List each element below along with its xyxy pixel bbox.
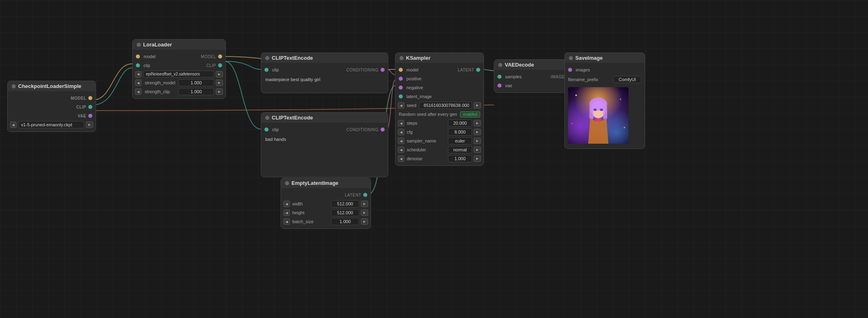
clip-text-encode-pos-title: CLIPTextEncode: [261, 53, 388, 63]
strength-clip-row: ◄ strength_clip 1.000 ►: [133, 87, 225, 96]
batch-size-value[interactable]: 1.000: [331, 218, 359, 225]
width-left-btn[interactable]: ◄: [283, 201, 290, 207]
strength-clip-right-btn[interactable]: ►: [216, 88, 223, 95]
batch-size-left-btn[interactable]: ◄: [283, 218, 290, 225]
scheduler-right-btn[interactable]: ►: [474, 146, 481, 153]
scheduler-left-btn[interactable]: ◄: [398, 146, 404, 153]
vae-vae-input-connector[interactable]: [497, 84, 502, 88]
vae-decode-node: VAEDecode samples IMAGE vae: [494, 59, 575, 93]
lora-model-output-connector[interactable]: [218, 54, 222, 59]
ksampler-positive-connector[interactable]: [399, 77, 403, 81]
vae-samples-input-connector[interactable]: [497, 75, 502, 79]
svg-point-14: [624, 127, 625, 128]
ksampler-latent-row: latent_image: [395, 92, 483, 101]
ksampler-label: KSampler: [406, 55, 431, 61]
clip-output-connector[interactable]: [88, 105, 92, 109]
neg-clip-label: clip: [272, 127, 346, 132]
lora-name-right-btn[interactable]: ►: [216, 71, 223, 77]
width-right-btn[interactable]: ►: [361, 201, 368, 207]
clip-text-encode-neg-body: clip CONDITIONING bad hands: [261, 123, 388, 177]
model-output-connector[interactable]: [88, 96, 92, 100]
lora-clip-input-label: clip: [144, 63, 206, 68]
sampler-name-value[interactable]: euler: [448, 137, 472, 144]
ksampler-positive-row: positive: [395, 74, 483, 83]
rng-row: Random seed after every gen enabled: [395, 110, 483, 119]
pos-clip-input-connector[interactable]: [264, 68, 269, 72]
height-right-btn[interactable]: ►: [361, 209, 368, 216]
ksampler-latent-label: latent_image: [406, 94, 480, 99]
filename-prefix-value[interactable]: ComfyUI: [613, 76, 641, 83]
width-value[interactable]: 512.000: [331, 200, 359, 207]
strength-model-right-btn[interactable]: ►: [216, 80, 223, 86]
clip-text-encode-neg-label: CLIPTextEncode: [272, 115, 313, 121]
denoise-right-btn[interactable]: ►: [474, 155, 481, 162]
lora-clip-output-connector[interactable]: [218, 63, 222, 67]
steps-left-btn[interactable]: ◄: [398, 120, 404, 126]
denoise-left-btn[interactable]: ◄: [398, 155, 404, 162]
height-left-btn[interactable]: ◄: [283, 209, 290, 216]
cfg-right-btn[interactable]: ►: [474, 129, 481, 135]
ksampler-dot: [400, 56, 404, 60]
ckpt-name-left-btn[interactable]: ◄: [10, 121, 17, 128]
scheduler-row: ◄ scheduler normal ►: [395, 145, 483, 154]
strength-model-value[interactable]: 1.000: [178, 79, 214, 86]
ksampler-negative-connector[interactable]: [399, 86, 403, 90]
neg-text-value: bad hands: [265, 137, 286, 142]
seed-value[interactable]: 851616030078638.000: [419, 102, 472, 109]
ckpt-name-row: ◄ v1-5-pruned-emaonly.ckpt ►: [8, 120, 96, 129]
ksampler-model-connector[interactable]: [399, 68, 403, 72]
cfg-left-btn[interactable]: ◄: [398, 129, 404, 135]
seed-left-btn[interactable]: ◄: [398, 102, 404, 109]
pos-clip-label: clip: [272, 67, 346, 72]
cfg-value[interactable]: 8.000: [448, 128, 472, 136]
steps-right-btn[interactable]: ►: [474, 120, 481, 126]
ksampler-model-label: model: [406, 67, 458, 72]
sampler-name-left-btn[interactable]: ◄: [398, 138, 404, 144]
clip-text-encode-neg-node: CLIPTextEncode clip CONDITIONING bad han…: [261, 112, 388, 177]
ksampler-latent-input-connector[interactable]: [399, 94, 403, 98]
height-value[interactable]: 512.000: [331, 209, 359, 216]
vae-output-connector[interactable]: [88, 114, 92, 118]
denoise-value[interactable]: 1.000: [448, 155, 472, 162]
sampler-name-label: sampler_name: [406, 138, 446, 143]
neg-clip-input-connector[interactable]: [264, 128, 269, 132]
lora-model-input-connector[interactable]: [136, 54, 140, 59]
strength-clip-label: strength_clip: [143, 89, 177, 94]
strength-clip-value[interactable]: 1.000: [178, 88, 214, 95]
lora-name-field[interactable]: epiNoiseoffset_v2.safetensors: [143, 71, 214, 77]
empty-latent-node: EmptyLatentImage LATENT ◄ width 512.000 …: [281, 178, 371, 229]
seed-right-btn[interactable]: ►: [474, 102, 481, 109]
save-images-label: images: [576, 67, 641, 72]
sampler-name-right-btn[interactable]: ►: [474, 138, 481, 144]
ksampler-title: KSampler: [395, 53, 483, 63]
width-row: ◄ width 512.000 ►: [281, 199, 371, 208]
pos-conditioning-output-connector[interactable]: [381, 68, 385, 72]
save-image-node: SaveImage images filename_prefix ComfyUI: [564, 52, 645, 149]
pos-text-content[interactable]: masterpiece best quality girl: [261, 74, 388, 90]
lora-clip-input-connector[interactable]: [136, 63, 140, 67]
ckpt-name-right-btn[interactable]: ►: [86, 121, 93, 128]
latent-output-connector[interactable]: [363, 193, 367, 197]
ksampler-latent-output-connector[interactable]: [476, 68, 480, 72]
clip-text-encode-neg-dot: [265, 116, 269, 120]
lora-name-left-btn[interactable]: ◄: [135, 71, 142, 77]
ckpt-name-field[interactable]: v1-5-pruned-emaonly.ckpt: [18, 121, 84, 128]
save-images-input-connector[interactable]: [568, 68, 572, 72]
checkpoint-loader-title: CheckpointLoaderSimple: [8, 81, 96, 91]
neg-text-content[interactable]: bad hands: [261, 134, 388, 174]
filename-prefix-label: filename_prefix: [568, 77, 613, 82]
strength-clip-left-btn[interactable]: ◄: [135, 88, 142, 95]
ksampler-positive-label: positive: [406, 76, 480, 81]
svg-point-11: [575, 94, 577, 96]
steps-value[interactable]: 20.000: [448, 119, 472, 127]
height-row: ◄ height 512.000 ►: [281, 208, 371, 217]
image-preview: [568, 87, 629, 144]
rng-enabled-badge[interactable]: enabled: [460, 111, 480, 117]
batch-size-right-btn[interactable]: ►: [361, 218, 368, 225]
cfg-row: ◄ cfg 8.000 ►: [395, 128, 483, 136]
neg-conditioning-output-connector[interactable]: [381, 128, 385, 132]
latent-output-type: LATENT: [345, 193, 361, 197]
strength-model-left-btn[interactable]: ◄: [135, 80, 142, 86]
lora-loader-label: LoraLoader: [143, 42, 172, 48]
scheduler-value[interactable]: normal: [448, 146, 472, 153]
